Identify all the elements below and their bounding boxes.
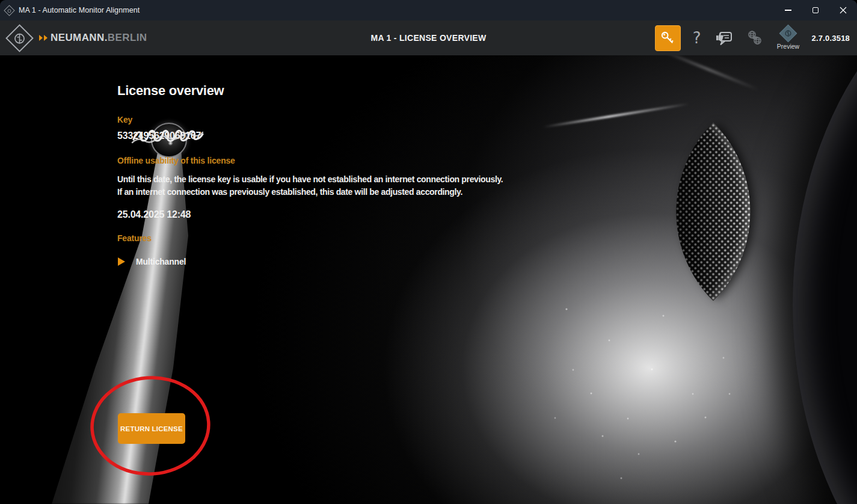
minimize-icon <box>785 10 791 10</box>
titlebar: MA 1 - Automatic Monitor Alignment <box>0 0 857 20</box>
brand-berlin: BERLIN <box>108 32 147 43</box>
language-globes-icon <box>746 29 764 47</box>
key-label: Key <box>117 115 132 124</box>
key-icon <box>660 30 675 46</box>
feature-arrow-icon <box>118 257 125 266</box>
offline-text-line1: Until this date, the license key is usab… <box>117 173 562 186</box>
feedback-icon <box>714 29 734 47</box>
preview-label: Preview <box>777 43 799 50</box>
window-title: MA 1 - Automatic Monitor Alignment <box>19 6 140 14</box>
feature-item: Multichannel <box>118 257 186 266</box>
preview-badge: Preview <box>775 26 802 50</box>
key-obscured: 49562906 <box>138 131 180 141</box>
close-button[interactable] <box>829 0 857 20</box>
key-prefix: 5332 <box>117 131 138 141</box>
version-label: 2.7.0.3518 <box>812 34 850 43</box>
window-controls <box>774 0 857 20</box>
app-logo-icon <box>4 5 14 16</box>
key-suffix: 9167 <box>180 131 201 141</box>
neumann-logo-icon <box>5 24 34 52</box>
maximize-icon <box>812 7 819 13</box>
brand-name: NEUMANN.BERLIN <box>51 32 147 44</box>
brand: NEUMANN.BERLIN <box>6 20 147 55</box>
header-toolbar: ? <box>655 20 850 55</box>
license-heading: License overview <box>117 83 224 99</box>
feature-name: Multichannel <box>136 257 186 266</box>
close-icon <box>840 7 847 14</box>
app-window: MA 1 - Automatic Monitor Alignment NEUMA… <box>0 0 857 504</box>
preview-diamond-icon <box>779 25 797 43</box>
offline-text-line2: If an internet connection was previously… <box>117 186 562 198</box>
offline-usability-label: Offline usability of this license <box>117 156 235 165</box>
main-content: License overview Key 5332495629069167 Of… <box>0 55 857 504</box>
offline-expiry-date: 25.04.2025 12:48 <box>117 209 191 220</box>
license-key-button[interactable] <box>655 25 681 51</box>
offline-usability-text: Until this date, the license key is usab… <box>117 173 562 198</box>
feedback-button[interactable] <box>713 28 735 48</box>
double-arrow-icon <box>39 35 48 41</box>
app-header: NEUMANN.BERLIN MA 1 - LICENSE OVERVIEW ? <box>0 20 857 55</box>
brand-neumann: NEUMANN. <box>51 32 108 43</box>
license-overview-panel: License overview Key 5332495629069167 Of… <box>0 55 857 504</box>
features-label: Features <box>117 233 152 243</box>
return-license-button[interactable]: RETURN LICENSE <box>118 413 185 444</box>
help-button[interactable]: ? <box>690 30 704 46</box>
language-button[interactable] <box>745 28 765 48</box>
maximize-button[interactable] <box>802 0 829 20</box>
license-key-value: 5332495629069167 <box>117 131 201 141</box>
page-title: MA 1 - LICENSE OVERVIEW <box>370 33 486 43</box>
minimize-button[interactable] <box>774 0 802 20</box>
